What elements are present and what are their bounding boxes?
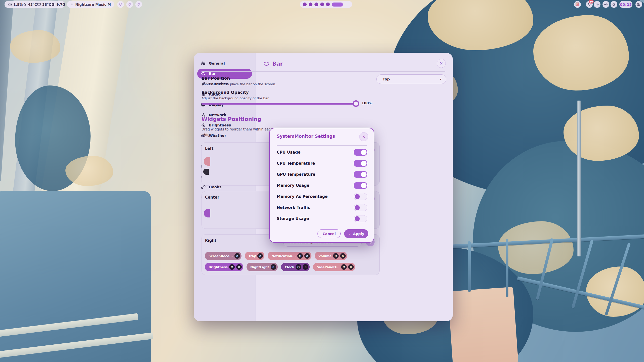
toggle-row: Network Traffic [277,202,367,213]
toggle-cpu-temperature[interactable] [354,160,367,167]
background-opacity-label: Background Opacity [202,90,383,95]
memory-stat: 9.7G [51,3,65,7]
toggle-cpu-usage[interactable] [354,149,367,156]
gauge-icon [8,3,12,7]
toggle-knob [361,161,367,166]
systemmonitor-settings-modal: SystemMonitor Settings ✕ CPU Usage CPU T… [269,128,374,243]
workspace-dot[interactable] [303,3,307,6]
sidebar-item-label: Bar [209,72,216,76]
widget-remove-button[interactable]: ✕ [271,264,276,270]
heart-icon [137,3,141,6]
tune-icon [201,61,206,66]
monitor-icon [37,3,41,7]
partial-widget-chip[interactable] [203,169,209,175]
widget-remove-button[interactable]: ✕ [303,264,308,270]
widget-chip[interactable]: Tray ✕ [245,252,265,260]
gpu-temp-stat: 38°C [37,3,51,7]
modal-close-button[interactable]: ✕ [359,132,368,141]
header-divider [202,71,445,72]
apply-button-label: Apply [353,232,364,236]
mascot-button[interactable] [117,1,124,8]
system-stats-pill[interactable]: 1.8% 43°C 38°C 9.7G [5,1,65,8]
workspace-dot[interactable] [309,3,312,6]
sun-icon [201,123,206,127]
favorite-button-2[interactable] [135,1,142,8]
widget-chip-label: NightLight [250,265,269,269]
widget-settings-button[interactable]: ⚙ [229,264,235,270]
night-light-button[interactable] [611,1,617,8]
bar-position-setting: Bar Position Choose where to place the b… [202,76,383,86]
workspace-dot[interactable] [326,3,330,6]
check-icon: ✓ [348,232,351,236]
widget-remove-button[interactable]: ✕ [236,264,242,270]
widget-settings-button[interactable]: ⚙ [341,264,347,270]
clock-button[interactable]: 00:28 [619,1,632,8]
volume-button[interactable] [594,1,600,8]
cancel-button[interactable]: Cancel [317,229,341,238]
dashboard-button[interactable] [635,1,642,8]
page-header: Bar [264,59,445,68]
widget-settings-button[interactable]: ⚙ [333,253,339,259]
section-label: Center [205,195,219,200]
toggle-storage-usage[interactable] [354,215,367,222]
workspace-dot[interactable] [314,3,318,6]
tray-app-button[interactable] [574,1,581,8]
apps-grid-icon [637,3,641,6]
widget-remove-button[interactable]: ✕ [234,253,240,259]
window-close-button[interactable]: ✕ [437,59,446,68]
widget-remove-button[interactable]: ✕ [340,253,346,259]
partial-widget-chip[interactable] [204,157,210,166]
widget-settings-button[interactable]: ⚙ [297,253,303,259]
widget-chip-label: Clock [285,265,294,269]
toggle-label: Storage Usage [277,216,309,221]
toggle-memory-as-percentage[interactable] [354,193,367,200]
skull-icon [119,3,123,6]
bar-position-description: Choose where to place the bar on the scr… [202,82,383,86]
speaker-icon [595,3,599,6]
widgets-positioning-description-line2: widgets. [202,133,216,137]
toggle-knob [361,150,367,155]
workspace-active-indicator[interactable] [332,3,343,7]
brightness-button[interactable] [602,1,609,8]
apply-button[interactable]: ✓ Apply [344,229,368,238]
media-player-pill[interactable]: Nightcore Music Mix 20... [67,1,114,8]
background-opacity-setting: Background Opacity Adjust the background… [202,90,383,100]
pause-icon [70,3,73,6]
toggle-knob [355,194,360,199]
toggle-memory-usage[interactable] [354,182,367,189]
widget-chip[interactable]: NightLight ✕ [247,263,278,271]
toggle-knob [361,172,367,177]
toggle-row: Storage Usage [277,213,367,224]
modal-divider [277,145,367,146]
widget-settings-button[interactable]: ⚙ [296,264,301,270]
widget-chip[interactable]: ScreenReco... ✕ [205,252,242,260]
bar-position-select[interactable]: Top ▾ [376,74,446,84]
cpu-load-stat: 1.8% [8,3,23,7]
widget-chip[interactable]: Volume ⚙ ✕ [315,252,347,260]
bar-oval-icon [201,71,206,76]
cpu-temp-stat: 43°C [23,3,37,7]
widget-chip[interactable]: Clock ⚙ ✕ [281,263,310,271]
toggle-gpu-temperature[interactable] [354,171,367,178]
toggle-knob [355,205,360,210]
toggle-network-traffic[interactable] [354,204,367,211]
widget-chip-label: Tray [249,254,256,258]
widget-chip[interactable]: SidePanelT... ⚙ ✕ [313,263,355,271]
opacity-slider-track[interactable] [202,103,359,105]
widget-remove-button[interactable]: ✕ [304,253,310,259]
sidebar-item-general[interactable]: General [197,58,252,68]
workspaces-pill[interactable] [300,1,352,8]
workspace-dot[interactable] [320,3,324,6]
favorite-button-1[interactable] [126,1,133,8]
toggle-label: CPU Temperature [277,161,315,166]
opacity-slider-knob[interactable] [353,100,359,107]
widget-chip[interactable]: Notification... ⚙ ✕ [268,252,311,260]
widget-chip[interactable]: Brightness ⚙ ✕ [205,263,243,271]
widget-remove-button[interactable]: ✕ [348,264,354,270]
toggle-knob [355,216,360,221]
page-title: Bar [272,61,283,67]
partial-widget-chip[interactable] [204,209,210,217]
notifications-button[interactable]: 10 [586,1,593,8]
widget-remove-button[interactable]: ✕ [257,253,263,259]
opacity-slider[interactable] [202,100,359,107]
